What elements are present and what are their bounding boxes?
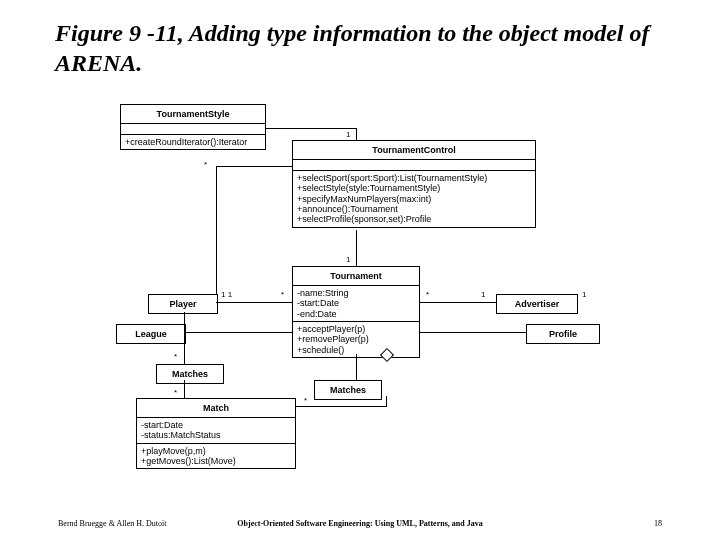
class-attrs: -start:Date -status:MatchStatus: [137, 418, 295, 444]
assoc-line: [356, 128, 357, 140]
class-ops: +createRoundIterator():Iterator: [121, 135, 265, 149]
class-name: Player: [149, 295, 217, 313]
class-name: Advertiser: [497, 295, 577, 313]
mult: 1: [346, 255, 350, 264]
class-name: Match: [137, 399, 295, 418]
assoc-line: [184, 312, 185, 364]
class-name: Matches: [315, 381, 381, 399]
class-profile: Profile: [526, 324, 600, 344]
class-match: Match -start:Date -status:MatchStatus +p…: [136, 398, 296, 469]
assoc-line: [216, 166, 217, 294]
assoc-line: [356, 354, 357, 380]
class-advertiser: Advertiser: [496, 294, 578, 314]
mult: 1 1: [221, 290, 232, 299]
class-name: Tournament: [293, 267, 419, 286]
assoc-line: [356, 230, 357, 266]
assoc-line: [420, 332, 526, 333]
class-name: TournamentStyle: [121, 105, 265, 124]
mult: *: [174, 388, 177, 397]
assoc-line: [216, 302, 292, 303]
class-attrs-empty: [121, 124, 265, 135]
mult: 1: [346, 130, 350, 139]
mult: 1: [582, 290, 586, 299]
mult: *: [304, 396, 307, 405]
assoc-line: [420, 302, 496, 303]
class-ops: +playMove(p,m) +getMoves():List(Move): [137, 444, 295, 469]
mult: 1: [481, 290, 485, 299]
assoc-line: [184, 380, 185, 398]
footer-title: Object-Oriented Software Engineering: Us…: [0, 519, 720, 528]
class-name: Profile: [527, 325, 599, 343]
class-name: TournamentControl: [293, 141, 535, 160]
class-matches: Matches: [156, 364, 224, 384]
class-name: Matches: [157, 365, 223, 383]
class-name: League: [117, 325, 185, 343]
class-tournament: Tournament -name:String -start:Date -end…: [292, 266, 420, 358]
class-tournamentcontrol: TournamentControl +selectSport(sport:Spo…: [292, 140, 536, 228]
page-number: 18: [654, 519, 662, 528]
class-league: League: [116, 324, 186, 344]
class-ops: +selectSport(sport:Sport):List(Tournamen…: [293, 171, 535, 227]
mult: *: [426, 290, 429, 299]
class-tournamentstyle: TournamentStyle +createRoundIterator():I…: [120, 104, 266, 150]
mult: *: [204, 160, 207, 169]
assoc-line: [386, 396, 387, 407]
assoc-line: [266, 128, 356, 129]
mult: *: [281, 290, 284, 299]
assoc-line: [216, 166, 292, 167]
class-ops: +acceptPlayer(p) +removePlayer(p) +sched…: [293, 322, 419, 357]
mult: *: [174, 352, 177, 361]
class-attrs: -name:String -start:Date -end:Date: [293, 286, 419, 322]
assoc-line: [296, 406, 386, 407]
figure-title: Figure 9 -11, Adding type information to…: [55, 18, 655, 78]
class-matches-2: Matches: [314, 380, 382, 400]
class-attrs-empty: [293, 160, 535, 171]
assoc-line: [186, 332, 292, 333]
uml-diagram: TournamentStyle +createRoundIterator():I…: [116, 100, 604, 488]
class-player: Player: [148, 294, 218, 314]
